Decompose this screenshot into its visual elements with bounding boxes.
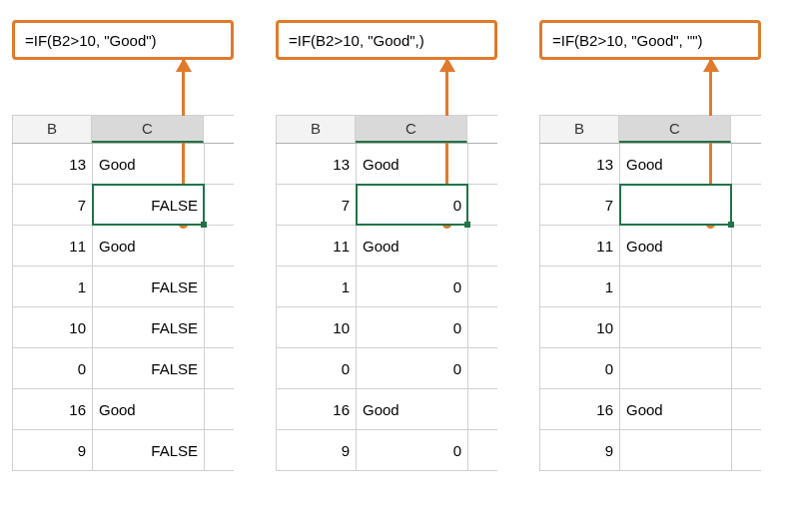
table-row: 7 0 — [277, 185, 497, 226]
cell-b[interactable]: 1 — [13, 266, 93, 306]
cell-c[interactable] — [620, 266, 732, 306]
cell-b[interactable]: 7 — [277, 185, 357, 225]
col-header-b[interactable]: B — [12, 116, 92, 143]
cell-c[interactable]: 0 — [357, 348, 468, 388]
formula-box: =IF(B2>10, "Good", "") — [539, 20, 761, 60]
formula-text: =IF(B2>10, "Good",) — [289, 32, 424, 49]
table-row: 7 FALSE — [13, 185, 234, 226]
cell-c[interactable]: 0 — [357, 430, 468, 470]
cell-c[interactable]: FALSE — [93, 430, 205, 470]
cell-c[interactable]: 0 — [357, 307, 468, 347]
cell-c-selected[interactable]: FALSE — [93, 185, 205, 225]
column-headers: B C — [12, 115, 234, 144]
cell-b[interactable]: 0 — [277, 348, 357, 388]
column-headers: B C — [539, 115, 761, 144]
cell-c[interactable]: Good — [357, 226, 468, 266]
fill-handle-icon[interactable] — [201, 222, 207, 228]
cell-c[interactable]: FALSE — [93, 307, 205, 347]
cell-b[interactable]: 13 — [277, 144, 357, 184]
table-row: 16 Good — [540, 389, 761, 430]
cell-c[interactable]: Good — [357, 144, 468, 184]
fill-handle-icon[interactable] — [728, 222, 734, 228]
panel-2: =IF(B2>10, "Good",) B C 13 Good 7 0 11 G… — [276, 20, 497, 471]
cell-b[interactable]: 10 — [540, 307, 620, 347]
table-row: 1 FALSE — [13, 266, 234, 307]
table-row: 7 — [540, 185, 761, 226]
formula-box: =IF(B2>10, "Good",) — [276, 20, 497, 60]
table-row: 16 Good — [13, 389, 234, 430]
table-row: 1 0 — [277, 266, 497, 307]
cell-b[interactable]: 16 — [13, 389, 93, 429]
cell-b[interactable]: 13 — [540, 144, 620, 184]
col-header-c[interactable]: C — [356, 116, 467, 143]
cell-b[interactable]: 1 — [540, 266, 620, 306]
panels-container: =IF(B2>10, "Good") B C 13 Good 7 FALSE 1… — [12, 20, 787, 471]
cell-b[interactable]: 16 — [277, 389, 357, 429]
cell-c[interactable] — [620, 307, 732, 347]
table-row: 13 Good — [540, 144, 761, 185]
cell-b[interactable]: 11 — [540, 226, 620, 266]
cell-c[interactable]: Good — [620, 389, 732, 429]
cell-b[interactable]: 0 — [540, 348, 620, 388]
cell-c[interactable]: Good — [93, 144, 205, 184]
cell-value: 0 — [453, 197, 461, 214]
table-row: 11 Good — [540, 226, 761, 266]
cell-c-selected[interactable]: 0 — [357, 185, 468, 225]
cell-b[interactable]: 0 — [13, 348, 93, 388]
table-row: 16 Good — [277, 389, 497, 430]
col-header-c[interactable]: C — [619, 116, 731, 143]
table-row: 10 FALSE — [13, 307, 234, 348]
table-row: 13 Good — [13, 144, 234, 185]
grid-rows: 13 Good 7 0 11 Good 1 0 10 0 — [276, 144, 497, 471]
table-row: 10 0 — [277, 307, 497, 348]
cell-b[interactable]: 1 — [277, 266, 357, 306]
table-row: 0 FALSE — [13, 348, 234, 389]
table-row: 11 Good — [277, 226, 497, 266]
cell-b[interactable]: 7 — [540, 185, 620, 225]
table-row: 9 FALSE — [13, 430, 234, 471]
panel-1: =IF(B2>10, "Good") B C 13 Good 7 FALSE 1… — [12, 20, 234, 471]
cell-c[interactable]: Good — [93, 226, 205, 266]
cell-c[interactable]: FALSE — [93, 348, 205, 388]
cell-b[interactable]: 13 — [13, 144, 93, 184]
table-row: 0 — [540, 348, 761, 389]
cell-c[interactable]: Good — [620, 226, 732, 266]
cell-c[interactable]: 0 — [357, 266, 468, 306]
column-headers: B C — [276, 115, 497, 144]
cell-b[interactable]: 11 — [13, 226, 93, 266]
grid-rows: 13 Good 7 11 Good 1 10 — [539, 144, 761, 471]
table-row: 9 0 — [277, 430, 497, 471]
grid-rows: 13 Good 7 FALSE 11 Good 1 FALSE 10 FALSE — [12, 144, 234, 471]
cell-c[interactable]: FALSE — [93, 266, 205, 306]
col-header-b[interactable]: B — [276, 116, 356, 143]
table-row: 0 0 — [277, 348, 497, 389]
cell-b[interactable]: 16 — [540, 389, 620, 429]
table-row: 1 — [540, 266, 761, 307]
cell-b[interactable]: 9 — [540, 430, 620, 470]
table-row: 11 Good — [13, 226, 234, 266]
cell-c[interactable] — [620, 348, 732, 388]
fill-handle-icon[interactable] — [464, 222, 470, 228]
table-row: 9 — [540, 430, 761, 471]
cell-b[interactable]: 10 — [13, 307, 93, 347]
cell-b[interactable]: 7 — [13, 185, 93, 225]
formula-text: =IF(B2>10, "Good") — [25, 32, 157, 49]
cell-b[interactable]: 10 — [277, 307, 357, 347]
cell-b[interactable]: 9 — [13, 430, 93, 470]
table-row: 13 Good — [277, 144, 497, 185]
cell-b[interactable]: 11 — [277, 226, 357, 266]
cell-b[interactable]: 9 — [277, 430, 357, 470]
formula-box: =IF(B2>10, "Good") — [12, 20, 234, 60]
col-header-c[interactable]: C — [92, 116, 204, 143]
formula-text: =IF(B2>10, "Good", "") — [552, 32, 703, 49]
cell-c[interactable]: Good — [357, 389, 468, 429]
cell-c[interactable] — [620, 430, 732, 470]
cell-c-selected[interactable] — [620, 185, 732, 225]
col-header-b[interactable]: B — [539, 116, 619, 143]
cell-c[interactable]: Good — [93, 389, 205, 429]
table-row: 10 — [540, 307, 761, 348]
cell-value: FALSE — [151, 197, 198, 214]
panel-3: =IF(B2>10, "Good", "") B C 13 Good 7 11 … — [539, 20, 761, 471]
cell-c[interactable]: Good — [620, 144, 732, 184]
